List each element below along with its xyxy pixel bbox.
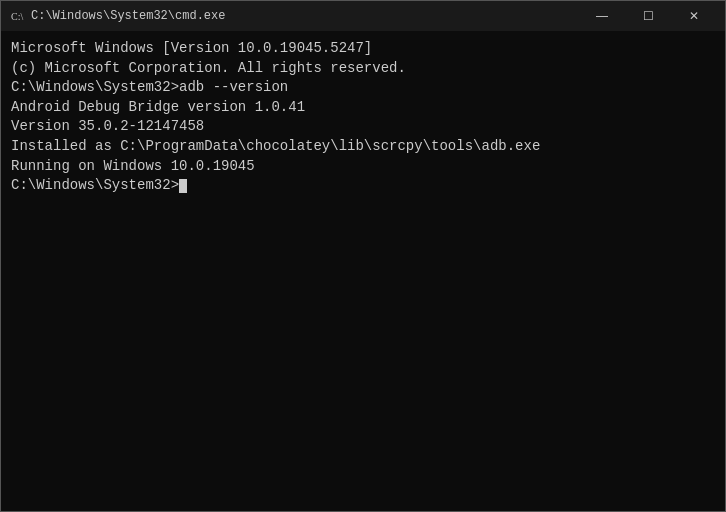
console-output[interactable]: Microsoft Windows [Version 10.0.19045.52…	[1, 31, 725, 511]
console-line: C:\Windows\System32>adb --version	[11, 78, 715, 98]
cursor	[179, 179, 187, 193]
cmd-icon: C:\	[9, 8, 25, 24]
window-controls: — ☐ ✕	[579, 1, 717, 31]
minimize-button[interactable]: —	[579, 1, 625, 31]
cmd-window: C:\ C:\Windows\System32\cmd.exe — ☐ ✕ Mi…	[0, 0, 726, 512]
close-button[interactable]: ✕	[671, 1, 717, 31]
svg-text:C:\: C:\	[11, 11, 23, 22]
console-line: C:\Windows\System32>	[11, 176, 715, 196]
console-line: Microsoft Windows [Version 10.0.19045.52…	[11, 39, 715, 59]
console-line: Android Debug Bridge version 1.0.41	[11, 98, 715, 118]
maximize-button[interactable]: ☐	[625, 1, 671, 31]
console-line: Installed as C:\ProgramData\chocolatey\l…	[11, 137, 715, 157]
console-line: (c) Microsoft Corporation. All rights re…	[11, 59, 715, 79]
console-line: Version 35.0.2-12147458	[11, 117, 715, 137]
window-title: C:\Windows\System32\cmd.exe	[31, 9, 579, 23]
console-line: Running on Windows 10.0.19045	[11, 157, 715, 177]
title-bar: C:\ C:\Windows\System32\cmd.exe — ☐ ✕	[1, 1, 725, 31]
